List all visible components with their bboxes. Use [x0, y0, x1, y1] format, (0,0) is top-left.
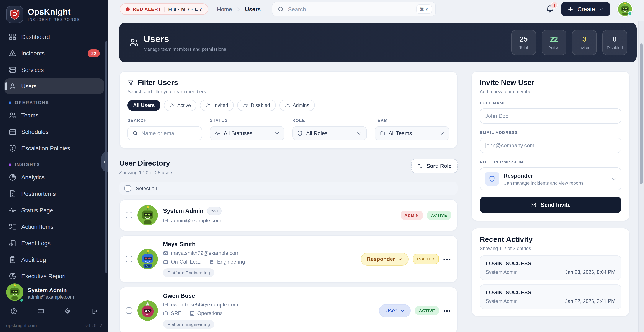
topbar: RED ALERT | H 8 · M 7 · L 7 Home Users ⌘…	[108, 0, 644, 18]
role-permission-label: ROLE PERMISSION	[480, 160, 622, 164]
users-icon	[285, 103, 290, 108]
notifications-button[interactable]: 1	[546, 5, 554, 13]
more-actions-button[interactable]: •••	[444, 307, 451, 314]
status-select[interactable]: All Statuses	[210, 126, 284, 141]
filter-search-input[interactable]	[128, 126, 202, 141]
user-row-maya-smith[interactable]: Maya Smith maya.smith79@example.com On-C…	[119, 236, 458, 283]
role-field-label: ROLE	[292, 118, 367, 123]
search-field-label: SEARCH	[128, 118, 202, 123]
create-button[interactable]: Create	[562, 2, 610, 16]
checklist-icon	[9, 223, 16, 231]
logout-icon[interactable]	[91, 308, 98, 315]
global-search[interactable]: ⌘ K	[272, 2, 436, 16]
calendar-icon	[9, 128, 16, 136]
select-all-checkbox[interactable]	[124, 185, 131, 192]
user-row-owen-bose[interactable]: Owen Bose owen.bose56@example.com SRE O	[119, 287, 458, 332]
sidebar-item-action-items[interactable]: Action Items	[4, 219, 104, 235]
sidebar-user-card[interactable]: System Admin admin@example.com	[6, 284, 102, 303]
send-invite-button[interactable]: Send Invite	[480, 197, 622, 213]
users-icon	[9, 111, 16, 119]
invite-title: Invite New User	[480, 79, 622, 87]
sidebar-item-analytics[interactable]: Analytics	[4, 169, 104, 185]
user-check-icon	[170, 103, 175, 108]
right-column: Invite New User Add a new team member FU…	[472, 71, 630, 332]
sidebar-item-users[interactable]: Users	[4, 78, 104, 94]
row-checkbox[interactable]	[126, 212, 132, 219]
row-checkbox[interactable]	[126, 308, 132, 314]
red-alert-pill[interactable]: RED ALERT | H 8 · M 7 · L 7	[120, 3, 208, 15]
notification-count-badge: 1	[551, 2, 558, 9]
app-logo: OpsKnight INCIDENT RESPONSE	[0, 0, 108, 27]
sidebar-item-status-page[interactable]: Status Page	[4, 202, 104, 218]
filter-users-card: Filter Users Search and filter your team…	[119, 71, 458, 149]
activity-user: System Admin	[486, 299, 518, 304]
user-stats: 25 Total 22 Active 3 Invited 0 Disabled	[511, 30, 627, 55]
profile-avatar-button[interactable]	[617, 1, 633, 17]
quick-filter-disabled[interactable]: Disabled	[237, 100, 276, 111]
chevron-down-icon	[599, 7, 604, 11]
building-icon	[209, 259, 214, 265]
activity-entry[interactable]: LOGIN_SUCCESS System Admin Jan 23, 2026,…	[480, 256, 622, 280]
app-tagline: INCIDENT RESPONSE	[28, 17, 80, 21]
gear-icon[interactable]	[64, 308, 71, 315]
keyboard-icon[interactable]	[37, 308, 44, 315]
email-field[interactable]	[480, 138, 622, 153]
role-dropdown[interactable]: Responder	[360, 253, 408, 266]
quick-filter-invited[interactable]: Invited	[200, 100, 234, 111]
alert-severity-counts: H 8 · M 7 · L 7	[168, 6, 202, 12]
breadcrumb-home[interactable]: Home	[217, 6, 232, 12]
avatar	[138, 205, 158, 226]
quick-filter-active[interactable]: Active	[164, 100, 197, 111]
sidebar-item-schedules[interactable]: Schedules	[4, 124, 104, 140]
app-name: OpsKnight	[28, 7, 80, 17]
email-input[interactable]	[485, 143, 616, 149]
sidebar-item-label: Teams	[21, 112, 38, 119]
sidebar-item-label: Incidents	[21, 50, 45, 56]
sidebar-item-event-logs[interactable]: Event Logs	[4, 235, 104, 251]
plus-icon	[568, 6, 574, 12]
clipboard-icon	[9, 256, 16, 264]
app-version: v1.0.2	[85, 323, 102, 329]
sidebar-item-services[interactable]: Services	[4, 62, 104, 78]
file-alert-icon	[9, 190, 16, 198]
mail-icon	[530, 202, 536, 208]
sidebar-item-incidents[interactable]: Incidents 22	[4, 45, 104, 61]
page-title: Users	[144, 34, 226, 44]
site-link[interactable]: opsknight.com	[6, 323, 37, 329]
search-icon	[132, 131, 138, 136]
sort-button[interactable]: Sort: Role	[411, 159, 458, 173]
help-icon[interactable]	[10, 308, 17, 315]
sidebar-item-escalation-policies[interactable]: Escalation Policies	[4, 140, 104, 156]
briefcase-icon	[163, 311, 168, 316]
role-select[interactable]: All Roles	[292, 126, 367, 141]
role-permission-select[interactable]: Responder Can manage incidents and view …	[480, 168, 622, 191]
quick-filter-admins[interactable]: Admins	[279, 100, 315, 111]
alert-triangle-icon	[9, 49, 16, 57]
search-input[interactable]	[288, 6, 412, 12]
sidebar-item-postmortems[interactable]: Postmortems	[4, 186, 104, 202]
full-name-field[interactable]	[480, 109, 622, 124]
quick-filter-all-users[interactable]: All Users	[128, 100, 160, 111]
role-dropdown[interactable]: User	[379, 304, 411, 317]
sidebar-item-dashboard[interactable]: Dashboard	[4, 29, 104, 45]
sidebar-item-teams[interactable]: Teams	[4, 107, 104, 123]
user-row-system-admin[interactable]: System Admin You admin@example.com ADMIN…	[119, 200, 458, 231]
sidebar-collapse-button[interactable]: «	[102, 152, 108, 172]
sidebar-scrollbar[interactable]	[106, 41, 107, 273]
activity-date: Jan 23, 2026, 8:04 PM	[565, 270, 616, 275]
shield-icon	[297, 131, 303, 136]
chevron-down-icon	[398, 257, 402, 261]
row-checkbox[interactable]	[126, 256, 132, 263]
filter-search-text[interactable]	[142, 130, 197, 137]
sidebar-user-email: admin@example.com	[28, 294, 74, 299]
activity-type: LOGIN_SUCCESS	[486, 261, 616, 267]
sidebar-item-label: Executive Report	[21, 273, 66, 279]
sidebar-item-audit-log[interactable]: Audit Log	[4, 252, 104, 267]
full-name-input[interactable]	[485, 113, 616, 119]
more-actions-button[interactable]: •••	[444, 256, 451, 263]
sidebar-item-label: Postmortems	[21, 191, 56, 197]
page-scrollbar[interactable]	[640, 43, 643, 184]
activity-user: System Admin	[486, 270, 518, 275]
team-select[interactable]: All Teams	[375, 126, 449, 141]
activity-entry[interactable]: LOGIN_SUCCESS System Admin Jan 22, 2026,…	[480, 285, 622, 309]
